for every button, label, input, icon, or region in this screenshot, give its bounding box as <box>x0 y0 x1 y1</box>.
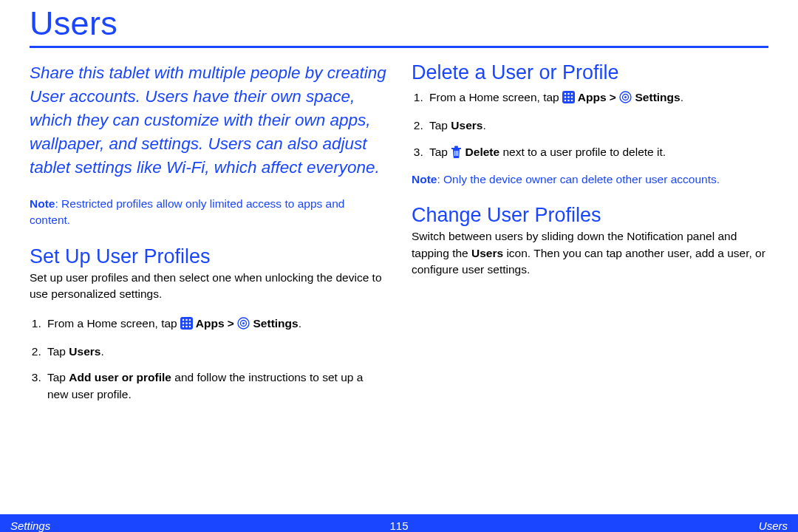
svg-point-14 <box>565 93 567 95</box>
setup-step-1: From a Home screen, tap Apps > Settings. <box>44 315 386 334</box>
note-body: : Restricted profiles allow only limited… <box>30 197 344 226</box>
right-column: Delete a User or Profile From a Home scr… <box>412 58 768 412</box>
step-text: From a Home screen, tap <box>47 317 180 330</box>
svg-point-20 <box>565 100 567 102</box>
delete-step-3: Tap Delete next to a user profile to del… <box>426 143 768 163</box>
users-icon-label: Users <box>471 247 503 259</box>
step-period: . <box>299 317 301 330</box>
apps-grid-icon <box>562 91 575 108</box>
svg-point-7 <box>183 325 185 327</box>
footer-left: Settings <box>10 519 270 532</box>
step-text: Tap <box>429 119 451 132</box>
svg-point-2 <box>185 318 188 321</box>
settings-label: Settings <box>250 317 298 330</box>
setup-step-2: Tap Users. <box>44 343 386 360</box>
change-heading: Change User Profiles <box>412 204 768 227</box>
svg-rect-30 <box>457 151 458 156</box>
step-text: From a Home screen, tap <box>429 91 562 103</box>
delete-step-2: Tap Users. <box>426 117 768 134</box>
svg-rect-28 <box>454 151 455 156</box>
svg-point-8 <box>185 325 188 327</box>
settings-label: Settings <box>632 91 680 103</box>
svg-rect-29 <box>456 151 457 156</box>
svg-rect-27 <box>454 146 458 148</box>
svg-point-22 <box>571 100 573 102</box>
intro-text: Share this tablet with multiple people b… <box>30 61 386 180</box>
step-tail: next to a user profile to delete it. <box>499 146 666 158</box>
svg-point-16 <box>571 93 573 95</box>
setup-heading: Set Up User Profiles <box>30 245 386 268</box>
apps-grid-icon <box>180 317 193 334</box>
step-text: Tap <box>47 371 69 383</box>
restricted-note: Note: Restricted profiles allow only lim… <box>30 196 386 229</box>
note-body: : Only the device owner can delete other… <box>437 173 720 185</box>
svg-point-3 <box>189 318 191 321</box>
svg-point-12 <box>242 322 245 324</box>
add-user-label: Add user or profile <box>69 371 171 383</box>
note-label: Note <box>412 173 437 185</box>
delete-step-1: From a Home screen, tap Apps > Settings. <box>426 89 768 108</box>
footer-page-number: 115 <box>270 519 529 532</box>
setup-steps: From a Home screen, tap Apps > Settings.… <box>30 315 386 403</box>
step-period: . <box>100 345 103 358</box>
delete-steps: From a Home screen, tap Apps > Settings.… <box>412 89 768 163</box>
svg-point-17 <box>565 96 567 98</box>
trash-icon <box>451 146 462 163</box>
svg-point-18 <box>567 96 570 98</box>
users-label: Users <box>69 345 100 358</box>
settings-gear-icon <box>237 317 250 334</box>
apps-label: Apps > <box>575 91 619 103</box>
setup-step-3: Tap Add user or profile and follow the i… <box>44 369 386 403</box>
delete-label: Delete <box>462 146 499 158</box>
apps-label: Apps > <box>193 317 237 330</box>
svg-point-9 <box>189 325 191 327</box>
settings-gear-icon <box>619 91 632 108</box>
svg-rect-26 <box>451 148 461 149</box>
svg-point-6 <box>189 322 191 324</box>
svg-point-4 <box>183 322 185 324</box>
svg-point-19 <box>571 96 573 98</box>
setup-desc: Set up user profiles and then select one… <box>30 270 386 303</box>
svg-point-25 <box>624 96 627 98</box>
step-period: . <box>681 91 683 103</box>
svg-point-5 <box>185 322 188 324</box>
step-text: Tap <box>429 146 451 158</box>
footer-right: Users <box>528 519 788 532</box>
page-footer: Settings 115 Users <box>0 514 798 532</box>
users-label: Users <box>451 119 482 132</box>
note-label: Note <box>30 197 55 210</box>
left-column: Share this tablet with multiple people b… <box>30 58 386 412</box>
title-rule <box>30 46 768 48</box>
change-body: Switch between users by sliding down the… <box>412 228 768 278</box>
step-period: . <box>482 119 485 132</box>
svg-point-21 <box>567 100 570 102</box>
delete-heading: Delete a User or Profile <box>412 61 768 84</box>
page-title: Users <box>30 4 768 43</box>
delete-owner-note: Note: Only the device owner can delete o… <box>412 171 768 188</box>
svg-point-15 <box>567 93 570 95</box>
svg-point-1 <box>183 318 185 321</box>
step-text: Tap <box>47 345 69 358</box>
